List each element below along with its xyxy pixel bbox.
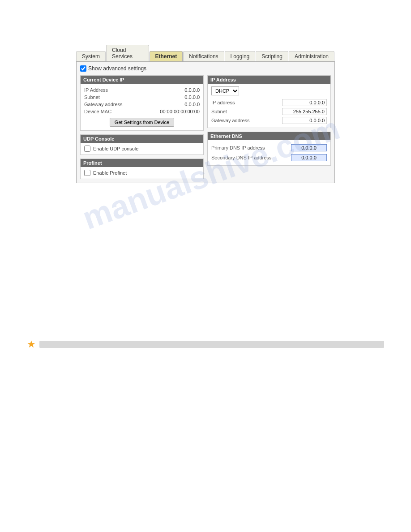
mac-label: Device MAC	[84, 109, 111, 114]
dhcp-row: DHCP Static	[211, 86, 327, 95]
tab-notifications[interactable]: Notifications	[183, 51, 224, 61]
tab-ethernet[interactable]: Ethernet	[150, 51, 183, 61]
star-icon: ★	[27, 339, 36, 349]
udp-console-row: Enable UDP console	[81, 143, 203, 154]
current-device-ip-body: IP Address 0.0.0.0 Subnet 0.0.0.0 Gatewa…	[81, 84, 203, 130]
gateway-field-input[interactable]	[282, 117, 327, 124]
content-area: Show advanced settings Current Device IP…	[76, 61, 335, 183]
tab-cloud-services[interactable]: Cloud Services	[106, 45, 149, 61]
profinet-section: Profinet Enable Profinet	[80, 159, 204, 179]
udp-console-label: Enable UDP console	[93, 146, 138, 151]
bottom-progress-bar	[39, 341, 384, 348]
gateway-field-row: Gateway address	[211, 116, 327, 125]
ip-address-value: 0.0.0.0	[184, 87, 200, 93]
ip-address-label: IP Address	[84, 87, 108, 93]
primary-dns-label: Primary DNS IP address	[211, 145, 291, 150]
profinet-checkbox[interactable]	[84, 170, 90, 176]
get-settings-button[interactable]: Get Settings from Device	[110, 118, 174, 127]
gateway-label: Gateway address	[84, 102, 123, 107]
subnet-value: 0.0.0.0	[184, 94, 200, 100]
tab-logging[interactable]: Logging	[225, 51, 256, 61]
ip-address-field-row: IP address	[211, 98, 327, 107]
profinet-label: Enable Profinet	[93, 170, 127, 176]
mac-value: 00:00:00:00:00:00	[160, 109, 200, 114]
tab-scripting[interactable]: Scripting	[256, 51, 288, 61]
udp-console-section: UDP Console Enable UDP console	[80, 134, 204, 155]
ip-address-section: IP Address DHCP Static IP address	[207, 75, 331, 128]
gateway-field-label: Gateway address	[211, 118, 282, 123]
tab-administration[interactable]: Administration	[289, 51, 334, 61]
profinet-row: Enable Profinet	[81, 167, 203, 179]
ip-address-row: IP Address 0.0.0.0	[84, 86, 200, 94]
primary-dns-row: Primary DNS IP address	[211, 143, 327, 153]
bottom-bar: ★	[27, 339, 384, 349]
left-column: Current Device IP IP Address 0.0.0.0 Sub…	[80, 75, 204, 179]
ip-address-field-label: IP address	[211, 100, 282, 105]
tab-system[interactable]: System	[76, 51, 106, 61]
ethernet-dns-header: Ethernet DNS	[208, 132, 330, 140]
tab-bar: System Cloud Services Ethernet Notificat…	[76, 45, 335, 61]
udp-console-checkbox[interactable]	[84, 146, 90, 152]
ethernet-dns-body: Primary DNS IP address Secondary DNS IP …	[208, 140, 330, 165]
advanced-settings-row: Show advanced settings	[80, 65, 331, 72]
ethernet-dns-section: Ethernet DNS Primary DNS IP address Seco…	[207, 132, 331, 166]
subnet-label: Subnet	[84, 94, 100, 100]
right-column: IP Address DHCP Static IP address	[207, 75, 331, 179]
main-layout: Current Device IP IP Address 0.0.0.0 Sub…	[80, 75, 331, 179]
dhcp-select[interactable]: DHCP Static	[211, 86, 239, 95]
advanced-settings-checkbox[interactable]	[80, 65, 86, 72]
advanced-settings-label: Show advanced settings	[88, 65, 146, 72]
subnet-field-input[interactable]	[282, 108, 327, 115]
ip-address-field-input[interactable]	[282, 99, 327, 106]
subnet-field-row: Subnet	[211, 107, 327, 116]
gateway-row: Gateway address 0.0.0.0	[84, 101, 200, 108]
secondary-dns-row: Secondary DNS IP address	[211, 153, 327, 163]
current-device-ip-header: Current Device IP	[81, 76, 203, 84]
profinet-header: Profinet	[81, 159, 203, 167]
gateway-value: 0.0.0.0	[184, 102, 200, 107]
secondary-dns-label: Secondary DNS IP address	[211, 155, 291, 160]
mac-row: Device MAC 00:00:00:00:00:00	[84, 108, 200, 115]
udp-console-header: UDP Console	[81, 135, 203, 143]
ip-address-section-body: DHCP Static IP address Subnet	[208, 84, 330, 128]
current-device-ip-section: Current Device IP IP Address 0.0.0.0 Sub…	[80, 75, 204, 131]
secondary-dns-input[interactable]	[291, 154, 327, 161]
primary-dns-input[interactable]	[291, 144, 327, 151]
subnet-row: Subnet 0.0.0.0	[84, 94, 200, 101]
ip-address-section-header: IP Address	[208, 76, 330, 84]
subnet-field-label: Subnet	[211, 109, 282, 114]
